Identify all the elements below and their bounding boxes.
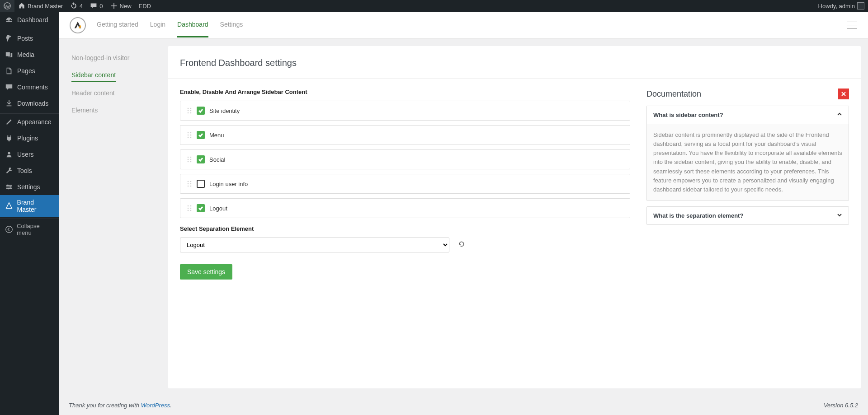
menu-media[interactable]: Media [0, 47, 59, 63]
accordion-item: What is sidebar content? Sidebar content… [646, 106, 849, 201]
menu-users[interactable]: Users [0, 146, 59, 163]
svg-point-1 [8, 152, 10, 154]
svg-point-14 [190, 112, 192, 114]
checkbox[interactable] [197, 131, 205, 139]
section-label-separation: Select Separation Element [180, 225, 630, 232]
section-label-arrange: Enable, Disable And Arrange Sidebar Cont… [180, 89, 630, 95]
reset-icon[interactable] [458, 241, 465, 249]
svg-point-13 [188, 112, 189, 114]
wp-admin-bar: Brand Master 4 0 New EDD Howdy, admin [0, 0, 868, 12]
sortable-item[interactable]: Social [180, 149, 630, 169]
svg-point-32 [190, 186, 192, 187]
comments-count: 0 [99, 3, 103, 9]
drag-handle-icon[interactable] [187, 205, 192, 211]
save-button[interactable]: Save settings [180, 264, 232, 280]
menu-downloads[interactable]: Downloads [0, 95, 59, 112]
svg-point-12 [190, 110, 192, 112]
svg-point-24 [190, 159, 192, 160]
doc-title: Documentation [646, 89, 701, 99]
site-name-link[interactable]: Brand Master [14, 0, 66, 12]
menu-dashboard[interactable]: Dashboard [0, 12, 59, 28]
chevron-up-icon [837, 112, 842, 118]
svg-point-31 [188, 186, 189, 187]
sub-sidebar: Non-logged-in visitor Sidebar content He… [59, 39, 168, 396]
doc-close-icon[interactable] [838, 89, 849, 99]
svg-point-29 [188, 183, 189, 185]
sortable-item[interactable]: Site identity [180, 101, 630, 121]
howdy-link[interactable]: Howdy, admin [815, 0, 868, 12]
drag-handle-icon[interactable] [187, 156, 192, 163]
subtab-non-logged[interactable]: Non-logged-in visitor [71, 50, 168, 67]
svg-point-38 [190, 210, 192, 211]
updates-link[interactable]: 4 [66, 0, 86, 12]
checkbox[interactable] [197, 155, 205, 163]
item-label: Login user info [209, 181, 248, 187]
svg-point-30 [190, 183, 192, 185]
accordion-header[interactable]: What is sidebar content? [647, 106, 849, 124]
wp-logo[interactable] [0, 0, 14, 12]
tab-settings[interactable]: Settings [220, 13, 243, 37]
svg-point-7 [8, 188, 9, 190]
collapse-menu[interactable]: Collapse menu [0, 219, 59, 240]
menu-comments[interactable]: Comments [0, 79, 59, 95]
plugin-header: Getting started Login Dashboard Settings [59, 12, 868, 39]
subtab-header-content[interactable]: Header content [71, 85, 168, 102]
menu-appearance[interactable]: Appearance [0, 114, 59, 130]
menu-settings[interactable]: Settings [0, 179, 59, 195]
svg-point-26 [190, 161, 192, 163]
tab-getting-started[interactable]: Getting started [97, 13, 138, 37]
menu-plugins[interactable]: Plugins [0, 130, 59, 146]
subtab-sidebar-content[interactable]: Sidebar content [71, 67, 116, 82]
checkbox[interactable] [197, 107, 205, 115]
svg-point-20 [190, 137, 192, 138]
wp-footer: Thank you for creating with WordPress. V… [59, 396, 868, 415]
svg-point-28 [190, 181, 192, 182]
edd-link[interactable]: EDD [135, 0, 155, 12]
svg-point-10 [190, 108, 192, 109]
svg-point-11 [188, 110, 189, 112]
drag-handle-icon[interactable] [187, 107, 192, 114]
item-label: Social [209, 156, 225, 163]
avatar [857, 2, 864, 9]
drag-handle-icon[interactable] [187, 132, 192, 138]
main-panel: Frontend Dashboard settings Enable, Disa… [168, 46, 861, 388]
svg-point-6 [9, 186, 11, 188]
item-label: Menu [209, 132, 224, 139]
accordion-body: Sidebar content is prominently displayed… [647, 124, 849, 201]
accordion-header[interactable]: What is the separation element? [647, 207, 849, 224]
tab-dashboard[interactable]: Dashboard [177, 13, 208, 37]
svg-point-25 [188, 161, 189, 163]
checkbox[interactable] [197, 204, 205, 212]
checkbox[interactable] [197, 180, 205, 188]
new-link[interactable]: New [107, 0, 135, 12]
site-name-label: Brand Master [28, 3, 63, 9]
sortable-item[interactable]: Menu [180, 125, 630, 145]
menu-tools[interactable]: Tools [0, 163, 59, 179]
svg-point-33 [188, 205, 189, 207]
separation-select[interactable]: Logout [180, 238, 449, 252]
hamburger-icon[interactable] [847, 22, 857, 29]
svg-point-21 [188, 157, 189, 158]
menu-pages[interactable]: Pages [0, 63, 59, 79]
tab-login[interactable]: Login [150, 13, 165, 37]
comments-link[interactable]: 0 [86, 0, 106, 12]
svg-point-9 [188, 108, 189, 109]
svg-point-17 [188, 135, 189, 136]
subtab-elements[interactable]: Elements [71, 102, 168, 119]
drag-handle-icon[interactable] [187, 181, 192, 187]
sortable-item[interactable]: Logout [180, 198, 630, 218]
svg-point-22 [190, 157, 192, 158]
svg-point-37 [188, 210, 189, 211]
item-label: Site identity [209, 107, 240, 114]
svg-point-16 [190, 132, 192, 134]
plugin-logo [70, 17, 86, 33]
svg-point-35 [188, 208, 189, 209]
svg-point-8 [5, 226, 12, 233]
sortable-item[interactable]: Login user info [180, 174, 630, 194]
wordpress-link[interactable]: WordPress [141, 402, 170, 409]
svg-point-23 [188, 159, 189, 160]
menu-brand-master[interactable]: Brand Master [0, 195, 59, 217]
howdy-label: Howdy, admin [818, 3, 855, 9]
menu-posts[interactable]: Posts [0, 30, 59, 47]
svg-point-5 [7, 185, 9, 187]
